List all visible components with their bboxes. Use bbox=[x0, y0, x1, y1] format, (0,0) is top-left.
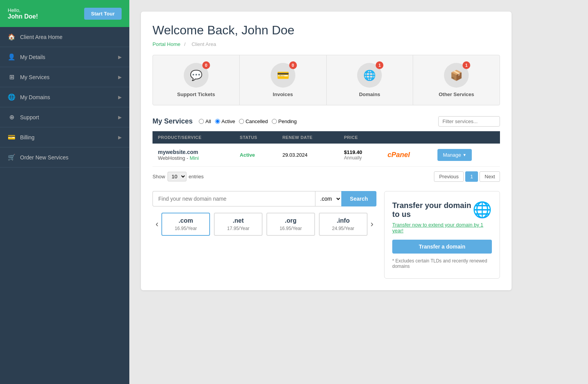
transfer-globe-icon: 🌐 bbox=[473, 201, 492, 219]
domain-search-button[interactable]: Search bbox=[341, 191, 376, 206]
carousel-prev-button[interactable]: ‹ bbox=[153, 219, 161, 229]
sidebar-item-order-new-services[interactable]: 🛒 Order New Services bbox=[0, 147, 129, 167]
service-action-cell: Manage ▼ bbox=[432, 144, 500, 167]
stat-icon-wrap-invoices: 💳 0 bbox=[271, 63, 295, 88]
home-icon: 🏠 bbox=[8, 33, 15, 41]
breadcrumb-separator: / bbox=[184, 41, 186, 47]
sidebar-item-client-area-home[interactable]: 🏠 Client Area Home bbox=[0, 27, 129, 47]
tld-item-net[interactable]: .net 17.95/Year bbox=[214, 213, 263, 236]
tld-item-info[interactable]: .info 24.95/Year bbox=[319, 213, 368, 236]
badge-tickets: 0 bbox=[202, 61, 210, 69]
radio-cancelled[interactable] bbox=[239, 119, 244, 124]
service-sub-link[interactable]: Mini bbox=[190, 155, 199, 161]
badge-invoices: 0 bbox=[289, 61, 297, 69]
transfer-link[interactable]: Transfer now to extend your domain by 1 … bbox=[392, 222, 492, 233]
page-title: Welcome Back, John Doe bbox=[153, 23, 500, 37]
tld-item-org[interactable]: .org 16.95/Year bbox=[266, 213, 315, 236]
filter-services-input[interactable] bbox=[438, 116, 500, 127]
filter-cancelled[interactable]: Cancelled bbox=[239, 118, 268, 124]
sidebar-item-billing[interactable]: 💳 Billing ▶ bbox=[0, 127, 129, 147]
radio-active[interactable] bbox=[215, 119, 220, 124]
globe-icon: 🌐 bbox=[8, 93, 15, 101]
services-title-row: My Services All Active Cancelled bbox=[153, 117, 297, 125]
breadcrumb: Portal Home / Client Area bbox=[153, 41, 500, 47]
domain-globe-icon: 🌐 bbox=[363, 69, 376, 81]
sidebar-greeting: Hello, John Doe! bbox=[8, 7, 38, 20]
stat-other-services[interactable]: 📦 1 Other Services bbox=[413, 55, 500, 105]
tld-carousel: ‹ .com 16.95/Year .net 17.95/Year .org 1 bbox=[153, 213, 376, 236]
entries-select[interactable]: 10 bbox=[168, 172, 186, 181]
content-card: Welcome Back, John Doe Portal Home / Cli… bbox=[141, 12, 512, 290]
next-button[interactable]: Next bbox=[480, 171, 500, 182]
domain-search-input[interactable] bbox=[153, 191, 315, 206]
sidebar-item-my-services[interactable]: ⊞ My Services ▶ bbox=[0, 67, 129, 87]
stat-label-domains: Domains bbox=[359, 91, 380, 97]
cpanel-logo: cPanel bbox=[388, 151, 410, 159]
sidebar-label-support: Support bbox=[20, 114, 39, 120]
transfer-title-text: Transfer your domain to us bbox=[392, 201, 473, 219]
page-1-button[interactable]: 1 bbox=[465, 171, 478, 182]
sidebar-item-support[interactable]: ⊕ Support ▶ bbox=[0, 107, 129, 127]
tld-name-info: .info bbox=[323, 217, 364, 224]
badge-other: 1 bbox=[463, 61, 470, 69]
filter-active[interactable]: Active bbox=[215, 118, 235, 124]
carousel-next-button[interactable]: › bbox=[368, 219, 376, 229]
radio-all[interactable] bbox=[199, 119, 204, 124]
greeting-text: Hello, bbox=[8, 7, 20, 13]
table-row: mywebsite.com WebHosting - Mini Active 2… bbox=[153, 144, 500, 167]
breadcrumb-portal-home[interactable]: Portal Home bbox=[153, 41, 180, 47]
service-brand-cell: cPanel bbox=[382, 144, 432, 167]
services-table: PRODUCT/SERVICE STATUS RENEW DATE PRICE … bbox=[153, 131, 500, 167]
tld-name-net: .net bbox=[218, 217, 259, 224]
tld-name-com: .com bbox=[165, 217, 206, 224]
tld-price-org: 16.95/Year bbox=[270, 226, 311, 231]
tld-item-com[interactable]: .com 16.95/Year bbox=[161, 213, 210, 236]
stat-support-tickets[interactable]: 💬 0 Support Tickets bbox=[153, 55, 240, 105]
tld-items: .com 16.95/Year .net 17.95/Year .org 16.… bbox=[161, 213, 367, 236]
sidebar-label-my-details: My Details bbox=[20, 54, 45, 60]
pagination: Previous 1 Next bbox=[434, 171, 500, 182]
manage-button[interactable]: Manage ▼ bbox=[437, 149, 472, 161]
sidebar: Hello, John Doe! Start Tour 🏠 Client Are… bbox=[0, 0, 129, 384]
start-tour-button[interactable]: Start Tour bbox=[84, 8, 122, 20]
caret-icon: ▼ bbox=[463, 153, 466, 157]
sidebar-nav: 🏠 Client Area Home 👤 My Details ▶ ⊞ My S… bbox=[0, 27, 129, 167]
chevron-right-icon: ▶ bbox=[118, 74, 122, 80]
status-badge: Active bbox=[240, 152, 255, 158]
stat-icon-wrap-domains: 🌐 1 bbox=[357, 63, 382, 88]
package-icon: 📦 bbox=[450, 69, 463, 81]
stats-row: 💬 0 Support Tickets 💳 0 Invoices 🌐 1 Dom… bbox=[153, 55, 500, 105]
tld-name-org: .org bbox=[270, 217, 311, 224]
chevron-right-icon: ▶ bbox=[118, 115, 122, 120]
transfer-domain-button[interactable]: Transfer a domain bbox=[392, 240, 492, 254]
sidebar-label-my-services: My Services bbox=[20, 74, 49, 80]
domain-search-row: .com .net .org .info Search bbox=[153, 191, 376, 206]
tld-select[interactable]: .com .net .org .info bbox=[315, 191, 341, 206]
sidebar-label-billing: Billing bbox=[20, 134, 34, 140]
stat-label-invoices: Invoices bbox=[273, 91, 293, 97]
chevron-right-icon: ▶ bbox=[118, 135, 122, 140]
chat-icon: 💬 bbox=[190, 69, 202, 81]
stat-domains[interactable]: 🌐 1 Domains bbox=[327, 55, 413, 105]
stat-invoices[interactable]: 💳 0 Invoices bbox=[240, 55, 327, 105]
billing-icon: 💳 bbox=[8, 134, 15, 141]
domain-section: .com .net .org .info Search ‹ .com 16.95… bbox=[153, 191, 500, 279]
previous-button[interactable]: Previous bbox=[434, 171, 464, 182]
filter-pending[interactable]: Pending bbox=[272, 118, 297, 124]
filter-options: All Active Cancelled Pending bbox=[199, 118, 297, 124]
badge-domains: 1 bbox=[376, 61, 383, 69]
sidebar-item-my-domains[interactable]: 🌐 My Domains ▶ bbox=[0, 87, 129, 107]
filter-all[interactable]: All bbox=[199, 118, 211, 124]
transfer-note: * Excludes certain TLDs and recently ren… bbox=[392, 258, 492, 269]
radio-pending[interactable] bbox=[272, 119, 277, 124]
col-renew-date: RENEW DATE bbox=[277, 131, 339, 144]
user-icon: 👤 bbox=[8, 53, 15, 61]
stat-icon-wrap-other: 📦 1 bbox=[444, 63, 469, 88]
tld-price-com: 16.95/Year bbox=[165, 226, 206, 231]
transfer-title: Transfer your domain to us 🌐 bbox=[392, 201, 492, 219]
my-services-header: My Services All Active Cancelled bbox=[153, 116, 500, 127]
table-footer: Show 10 entries Previous 1 Next bbox=[153, 171, 500, 182]
sidebar-item-my-details[interactable]: 👤 My Details ▶ bbox=[0, 47, 129, 67]
service-price-cell: $119.40 Annually bbox=[339, 144, 382, 167]
stat-label-other: Other Services bbox=[439, 91, 474, 97]
